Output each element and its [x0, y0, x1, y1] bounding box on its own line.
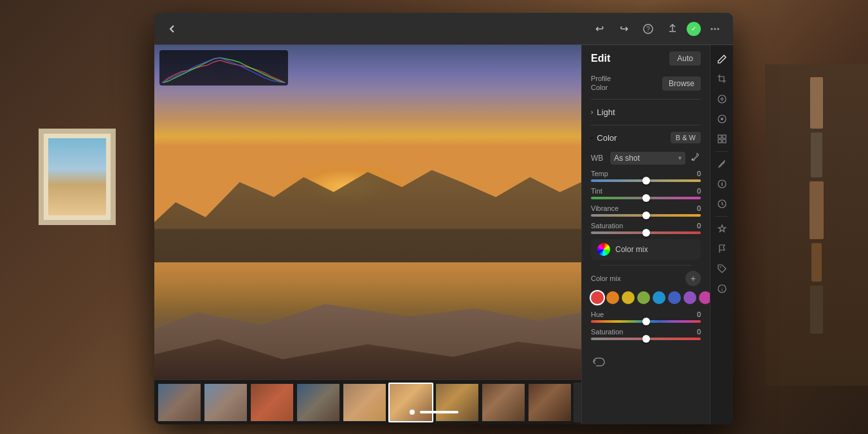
film-thumb-3[interactable]: [249, 383, 294, 422]
svg-text:i: i: [721, 286, 723, 293]
bw-button[interactable]: B & W: [671, 132, 701, 143]
temp-value: 0: [697, 170, 701, 177]
temp-slider-row: Temp 0: [591, 170, 701, 182]
tint-value: 0: [697, 187, 701, 195]
app-window: ↩ ↪ ? ✓: [154, 13, 733, 424]
healing-icon[interactable]: [713, 90, 731, 108]
color-saturation-slider-row: Saturation 0: [591, 328, 701, 340]
swatch-red[interactable]: [591, 291, 604, 304]
add-color-button[interactable]: +: [685, 271, 701, 286]
wb-label: WB: [591, 154, 610, 163]
film-thumb-2[interactable]: [203, 383, 248, 422]
back-button[interactable]: [162, 19, 183, 39]
saturation-value: 0: [697, 222, 701, 230]
color-mix-button[interactable]: Color mix: [591, 239, 701, 260]
right-panel: Edit Auto Profile Color Browse › Light: [581, 45, 710, 424]
saturation-thumb[interactable]: [642, 229, 650, 237]
swatch-magenta[interactable]: [699, 291, 710, 304]
star-icon[interactable]: [713, 220, 731, 238]
browse-button[interactable]: Browse: [662, 77, 701, 91]
film-thumb-7[interactable]: [435, 383, 480, 422]
tint-label: Tint: [591, 187, 602, 195]
progress-dot-1: [410, 410, 415, 415]
vibrance-slider-row: Vibrance 0: [591, 204, 701, 217]
film-thumb-6[interactable]: [388, 383, 433, 422]
light-title: Light: [597, 107, 615, 117]
hue-slider[interactable]: [591, 320, 701, 323]
color-saturation-label: Saturation: [591, 328, 623, 336]
temp-slider[interactable]: [591, 179, 701, 182]
vibrance-slider[interactable]: [591, 214, 701, 217]
profile-sublabel: Color: [591, 84, 611, 91]
divider-3: [600, 265, 692, 266]
edit-panel-icon[interactable]: [713, 50, 731, 68]
divider-side-2: [716, 216, 728, 217]
tint-thumb[interactable]: [642, 194, 650, 202]
color-saturation-slider[interactable]: [591, 338, 701, 340]
side-icon-panel: i: [710, 45, 733, 424]
temp-thumb[interactable]: [642, 177, 650, 185]
vibrance-thumb[interactable]: [642, 212, 650, 219]
masking-icon[interactable]: [713, 110, 731, 128]
wb-dropdown-icon: ▾: [678, 154, 682, 161]
bottom-progress: [410, 410, 458, 415]
wall-art-image: [48, 138, 106, 215]
redo-button[interactable]: ↪: [613, 19, 634, 39]
film-thumb-5[interactable]: [342, 383, 387, 422]
more-options-button[interactable]: [705, 19, 725, 39]
swatch-purple[interactable]: [683, 291, 696, 304]
swatch-green[interactable]: [637, 291, 650, 304]
hue-thumb[interactable]: [642, 318, 650, 325]
svg-point-3: [714, 28, 716, 30]
film-thumb-9[interactable]: [527, 383, 572, 422]
hue-slider-row: Hue 0: [591, 311, 701, 323]
undo-row: [582, 352, 710, 377]
hue-label: Hue: [591, 311, 604, 318]
light-section-header[interactable]: › Light: [582, 102, 710, 122]
vibrance-value: 0: [697, 204, 701, 212]
color-saturation-thumb[interactable]: [642, 335, 650, 343]
film-thumb-1[interactable]: [157, 383, 202, 422]
thumb-image-8: [482, 384, 525, 421]
help-button[interactable]: ?: [638, 19, 658, 39]
tint-slider[interactable]: [591, 197, 701, 199]
info-icon[interactable]: i: [713, 280, 731, 298]
swatch-blue[interactable]: [668, 291, 681, 304]
tint-slider-row: Tint 0: [591, 187, 701, 199]
film-thumb-4[interactable]: [296, 383, 341, 422]
auto-button[interactable]: Auto: [669, 51, 701, 66]
swatch-yellow[interactable]: [622, 291, 635, 304]
crop-icon[interactable]: [713, 70, 731, 88]
presets-icon[interactable]: [713, 130, 731, 148]
history-icon[interactable]: [713, 195, 731, 213]
wb-value: As shot: [614, 154, 640, 163]
wall-art: [39, 129, 116, 225]
flag-icon[interactable]: [713, 240, 731, 258]
film-thumb-8[interactable]: [481, 383, 526, 422]
toolbar-right: ↩ ↪ ? ✓: [589, 19, 725, 39]
swatch-cyan[interactable]: [653, 291, 665, 304]
color-collapse-row[interactable]: › Color: [591, 133, 617, 143]
color-mix-title: Color mix: [591, 275, 620, 282]
wb-row: WB As shot ▾: [591, 151, 701, 165]
toolbar-left: [162, 19, 183, 39]
eyedropper-button[interactable]: [689, 151, 701, 165]
landscape-photo: [154, 45, 581, 379]
color-section-header: › Color B & W: [582, 128, 710, 147]
email-export-button[interactable]: [574, 383, 581, 422]
thumb-image-5: [343, 384, 386, 421]
undo-button[interactable]: ↩: [589, 19, 610, 39]
eyedropper-side-icon[interactable]: [713, 155, 731, 173]
details-icon[interactable]: [713, 175, 731, 193]
tag-icon[interactable]: [713, 260, 731, 278]
wb-select[interactable]: As shot ▾: [610, 152, 685, 165]
film-strip: [154, 379, 581, 424]
share-button[interactable]: [662, 19, 683, 39]
profile-label: Profile: [591, 75, 611, 82]
undo-history-button[interactable]: [591, 357, 605, 372]
saturation-slider[interactable]: [591, 231, 701, 234]
bookshelf: [765, 64, 868, 386]
svg-point-9: [721, 118, 723, 120]
swatch-orange[interactable]: [606, 291, 619, 304]
svg-point-2: [711, 28, 713, 30]
